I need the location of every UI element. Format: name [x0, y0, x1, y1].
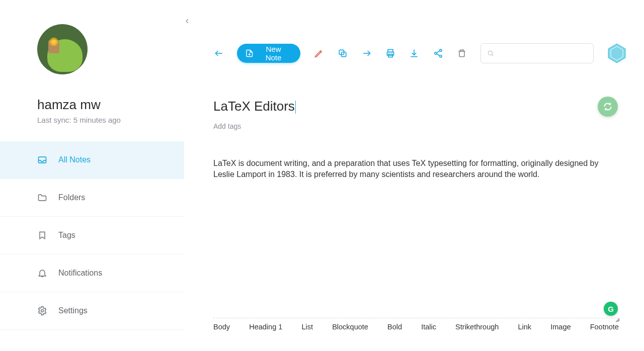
sidebar-item-label: Tags [58, 231, 75, 240]
svg-point-1 [41, 310, 44, 312]
sidebar-item-label: Folders [58, 193, 85, 202]
delete-button[interactable] [456, 48, 467, 59]
pencil-icon [314, 48, 324, 58]
format-italic[interactable]: Italic [421, 323, 436, 331]
arrow-right-icon [362, 48, 372, 58]
bell-icon [37, 268, 47, 278]
toolbar: New Note [213, 43, 627, 63]
sidebar-item-label: Notifications [58, 269, 102, 278]
new-note-button[interactable]: New Note [237, 44, 300, 63]
arrow-left-icon [214, 48, 224, 58]
hex-logo-icon [607, 42, 627, 64]
trash-icon [457, 48, 467, 58]
sidebar: hamza mw Last sync: 5 minutes ago All No… [0, 0, 184, 351]
folder-icon [37, 193, 47, 203]
format-footnote[interactable]: Footnote [590, 323, 619, 331]
sync-fab[interactable] [598, 97, 618, 117]
svg-rect-16 [459, 51, 464, 57]
avatar[interactable] [37, 24, 88, 74]
back-button[interactable] [213, 48, 224, 59]
print-button[interactable] [385, 48, 395, 59]
search-box[interactable] [480, 43, 594, 63]
last-sync: Last sync: 5 minutes ago [37, 116, 184, 124]
forward-button[interactable] [361, 48, 372, 59]
grammarly-badge[interactable]: G [604, 302, 618, 316]
file-plus-icon [245, 49, 254, 58]
note-body[interactable]: LaTeX is document writing, and a prepara… [213, 158, 619, 181]
svg-point-17 [488, 51, 492, 55]
svg-line-14 [436, 51, 440, 53]
format-body[interactable]: Body [213, 323, 230, 331]
search-icon [487, 50, 494, 57]
sidebar-item-settings[interactable]: Settings [0, 292, 184, 330]
format-bar: Body Heading 1 List Blockquote Bold Ital… [213, 323, 619, 331]
note-title[interactable]: LaTeX Editors [213, 99, 296, 114]
sidebar-item-all-notes[interactable]: All Notes [0, 141, 184, 179]
share-button[interactable] [433, 48, 443, 59]
copy-button[interactable] [338, 48, 348, 59]
copy-icon [338, 48, 348, 58]
download-button[interactable] [409, 48, 420, 59]
download-icon [409, 48, 419, 58]
format-heading1[interactable]: Heading 1 [249, 323, 282, 331]
format-list[interactable]: List [301, 323, 313, 331]
share-icon [433, 48, 443, 58]
main-area: New Note [184, 0, 644, 351]
sidebar-item-folders[interactable]: Folders [0, 179, 184, 217]
sidebar-item-label: Settings [58, 306, 88, 315]
sidebar-item-tags[interactable]: Tags [0, 217, 184, 254]
print-icon [385, 48, 395, 58]
format-strikethrough[interactable]: Strikethrough [455, 323, 499, 331]
refresh-icon [603, 102, 613, 112]
sidebar-item-label: All Notes [58, 155, 91, 164]
format-bold[interactable]: Bold [387, 323, 402, 331]
add-tags-button[interactable]: Add tags [213, 122, 241, 130]
format-image[interactable]: Image [550, 323, 571, 331]
svg-line-18 [492, 54, 493, 56]
edit-button[interactable] [313, 48, 324, 59]
inbox-icon [37, 155, 47, 165]
svg-line-15 [436, 54, 440, 56]
format-blockquote[interactable]: Blockquote [332, 323, 368, 331]
gear-icon [37, 306, 47, 316]
sidebar-nav: All Notes Folders Tags Notifications Set… [0, 141, 184, 330]
bookmark-icon [37, 230, 47, 240]
editor-separator [213, 318, 618, 318]
search-input[interactable] [498, 49, 588, 57]
app-logo[interactable] [607, 42, 627, 64]
format-link[interactable]: Link [518, 323, 531, 331]
username: hamza mw [37, 97, 184, 113]
sidebar-item-notifications[interactable]: Notifications [0, 254, 184, 292]
new-note-label: New Note [258, 45, 290, 62]
